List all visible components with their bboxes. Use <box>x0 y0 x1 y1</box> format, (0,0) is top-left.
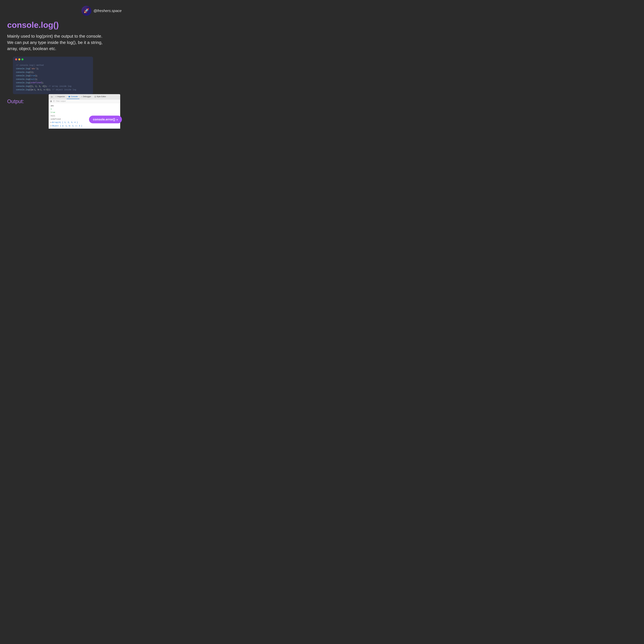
maximize-dot <box>21 58 23 60</box>
editor-titlebar <box>13 57 93 62</box>
header: 🚀 @freshers.space <box>7 6 122 16</box>
minimize-dot <box>18 58 20 60</box>
next-button-label: console.error() <box>93 118 115 121</box>
object-arrow-icon[interactable]: ▶ <box>51 125 52 127</box>
code-comment: // console.log() method <box>16 64 90 67</box>
code-line-7: console.log({a:1, b:2, c:3}); // object … <box>16 88 90 92</box>
output-line-1: abc <box>51 104 118 107</box>
debugger-icon: ○ <box>81 95 82 98</box>
page-description: Mainly used to log(print) the output to … <box>7 33 122 52</box>
code-line-6: console.log([1, 2, 3, 4]); // array insi… <box>16 85 90 88</box>
code-line-1: console.log('abc'); <box>16 67 90 71</box>
filter-icon: ▽ <box>53 100 55 102</box>
code-line-4: console.log(null); <box>16 78 90 81</box>
output-line-3: true <box>51 111 118 114</box>
trash-icon[interactable]: 🗑 <box>50 100 52 102</box>
code-line-2: console.log(1); <box>16 71 90 74</box>
code-line-5: console.log(undefined); <box>16 81 90 85</box>
tab-console-label: Console <box>71 95 78 98</box>
inspector-icon: □ <box>56 95 57 98</box>
tab-debugger-label: Debugger <box>83 95 91 98</box>
code-editor: // console.log() method console.log('abc… <box>13 57 93 94</box>
code-line-3: console.log(true); <box>16 74 90 78</box>
brand-handle: @freshers.space <box>93 9 122 13</box>
output-section: Output: <box>7 97 26 104</box>
devtools-toolbar: 🗑 ▽ Filter output <box>49 99 120 103</box>
tab-style-editor[interactable]: {} Style Editor <box>93 94 108 99</box>
tab-console[interactable]: ▣ Console <box>67 94 79 99</box>
console-icon: ▣ <box>68 95 70 98</box>
array-arrow-icon[interactable]: ▶ <box>51 121 52 124</box>
tab-debugger[interactable]: ○ Debugger <box>79 94 93 99</box>
page-title: console.log() <box>7 20 122 30</box>
code-body: // console.log() method console.log('abc… <box>13 62 93 94</box>
filter-placeholder[interactable]: Filter output <box>56 100 66 102</box>
devtools-tabs: ⊡ □ Inspector ▣ Console ○ Debugger {} St… <box>49 94 120 99</box>
style-editor-icon: {} <box>95 95 96 98</box>
brand-logo: 🚀 <box>81 6 91 16</box>
next-button[interactable]: console.error() » <box>89 116 122 123</box>
tab-inspector[interactable]: □ Inspector <box>54 94 67 99</box>
output-line-7: ▶ Object { a: 1, b: 2, c: 3 } <box>51 124 118 127</box>
tab-inspector-label: Inspector <box>57 95 65 98</box>
bottom-section: Output: ⊡ □ Inspector ▣ Console ○ Debugg… <box>7 97 122 129</box>
devtools-tab-drag-icon: ⊡ <box>50 94 54 99</box>
next-chevrons: » <box>116 118 118 121</box>
close-dot <box>15 58 17 60</box>
devtools-panel: ⊡ □ Inspector ▣ Console ○ Debugger {} St… <box>49 94 120 129</box>
output-label: Output: <box>7 98 26 104</box>
tab-style-editor-label: Style Editor <box>97 95 106 98</box>
output-line-2: 1 <box>51 107 118 111</box>
